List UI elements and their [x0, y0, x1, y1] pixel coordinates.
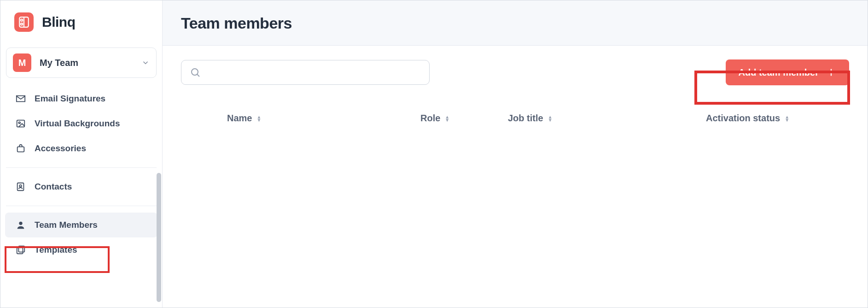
- sidebar-item-label: Team Members: [35, 220, 98, 230]
- team-avatar: M: [13, 53, 31, 72]
- page-header: Team members: [163, 0, 868, 46]
- image-icon: [15, 118, 26, 129]
- page-title: Team members: [181, 14, 849, 32]
- sidebar-item-label: Contacts: [35, 182, 72, 192]
- contacts-icon: [15, 182, 26, 192]
- bag-icon: [15, 143, 26, 154]
- column-header-role[interactable]: Role ▲▼: [420, 113, 508, 124]
- search-icon: [190, 67, 201, 78]
- sort-icon: ▲▼: [785, 115, 789, 122]
- mail-icon: [15, 94, 26, 104]
- templates-icon: [15, 245, 26, 255]
- column-header-activation-status[interactable]: Activation status ▲▼: [706, 113, 849, 124]
- column-label: Name: [227, 113, 252, 124]
- sort-icon: ▲▼: [445, 115, 449, 122]
- column-label: Role: [420, 113, 440, 124]
- svg-rect-4: [17, 120, 25, 127]
- svg-point-3: [21, 23, 23, 25]
- divider: [6, 206, 157, 206]
- sidebar-item-team-members[interactable]: Team Members: [5, 213, 157, 237]
- svg-point-12: [192, 69, 198, 75]
- main-content: Team members Add team member Name ▲▼ Rol…: [163, 0, 868, 308]
- add-team-member-button[interactable]: Add team member: [726, 59, 850, 85]
- sidebar-item-label: Email Signatures: [35, 94, 105, 104]
- plus-icon: [826, 67, 836, 77]
- column-header-job-title[interactable]: Job title ▲▼: [508, 113, 683, 124]
- sidebar-item-email-signatures[interactable]: Email Signatures: [0, 86, 162, 111]
- brand: Blinq: [0, 0, 162, 38]
- svg-rect-11: [17, 248, 23, 254]
- sidebar-item-templates[interactable]: Templates: [0, 237, 162, 262]
- scrollbar-thumb[interactable]: [157, 173, 161, 302]
- svg-point-8: [19, 185, 22, 187]
- user-icon: [15, 220, 26, 230]
- brand-name: Blinq: [42, 14, 76, 30]
- svg-rect-10: [18, 246, 24, 252]
- column-header-name[interactable]: Name ▲▼: [227, 113, 420, 124]
- sort-icon: ▲▼: [548, 115, 553, 122]
- team-selector[interactable]: M My Team: [6, 47, 157, 78]
- svg-point-9: [19, 222, 22, 225]
- svg-rect-6: [17, 147, 24, 152]
- sidebar-item-label: Templates: [35, 245, 77, 255]
- chevron-down-icon: [141, 59, 150, 67]
- svg-line-13: [197, 74, 199, 77]
- svg-point-2: [21, 19, 23, 21]
- sidebar-item-accessories[interactable]: Accessories: [0, 136, 162, 161]
- svg-point-5: [18, 122, 20, 124]
- team-selector-name: My Team: [40, 58, 133, 68]
- sort-icon: ▲▼: [256, 115, 261, 122]
- sidebar-item-contacts[interactable]: Contacts: [0, 174, 162, 199]
- search-input[interactable]: [206, 68, 421, 77]
- sidebar: Blinq M My Team Email Signatures Virtual…: [0, 0, 163, 308]
- toolbar: Add team member: [163, 46, 868, 85]
- column-label: Activation status: [706, 113, 780, 124]
- add-team-member-label: Add team member: [739, 67, 819, 78]
- table-header: Name ▲▼ Role ▲▼ Job title ▲▼ Activation …: [163, 85, 868, 124]
- divider: [6, 167, 157, 168]
- column-label: Job title: [508, 113, 543, 124]
- brand-logo-icon: [14, 12, 34, 32]
- sidebar-nav: Email Signatures Virtual Backgrounds Acc…: [0, 86, 162, 308]
- sidebar-item-label: Accessories: [35, 143, 86, 154]
- sidebar-item-label: Virtual Backgrounds: [35, 118, 120, 129]
- search-box[interactable]: [181, 60, 430, 85]
- sidebar-item-virtual-backgrounds[interactable]: Virtual Backgrounds: [0, 111, 162, 136]
